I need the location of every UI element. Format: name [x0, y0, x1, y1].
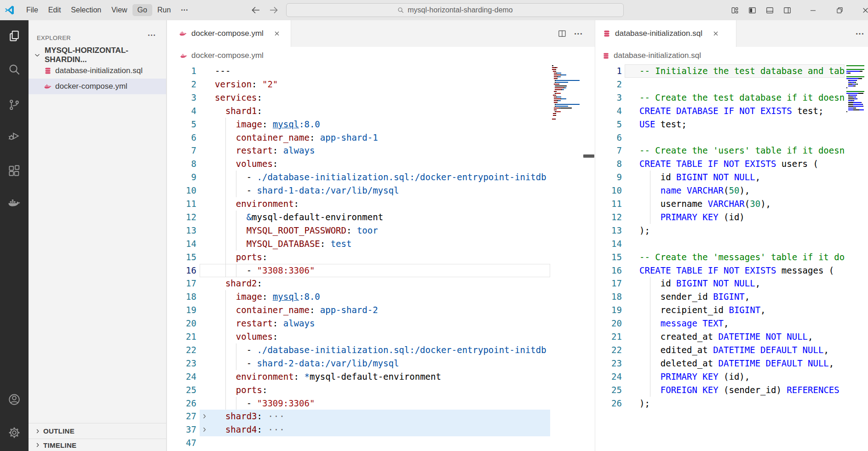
customize-layout-icon[interactable]	[730, 6, 739, 15]
minimap[interactable]	[846, 65, 867, 116]
fold-expand-icon[interactable]	[201, 426, 208, 434]
search-icon[interactable]	[7, 63, 21, 76]
outline-section-header[interactable]: OUTLINE	[29, 423, 166, 439]
code-line[interactable]: CREATE DATABASE IF NOT EXISTS test;	[639, 104, 845, 118]
file-item-docker-compose.yml[interactable]: docker-compose.yml	[29, 79, 166, 94]
code-line[interactable]: created_at DATETIME NOT NULL,	[639, 330, 845, 343]
code-line[interactable]: - ./database-initialization.sql:/docker-…	[215, 343, 550, 357]
code-line[interactable]: shard4: ···	[215, 423, 550, 436]
fold-expand-icon[interactable]	[201, 412, 208, 420]
code-line[interactable]: container_name: app-shard-1	[215, 131, 550, 144]
code-line[interactable]: shard3: ···	[215, 410, 550, 423]
left-breadcrumb[interactable]: docker-compose.yml	[167, 47, 595, 64]
editor-more-actions-button[interactable]: ···	[574, 29, 583, 38]
code-line[interactable]: volumes:	[215, 157, 550, 171]
code-line[interactable]	[215, 436, 550, 450]
minimap-slider[interactable]	[583, 154, 594, 158]
code-line[interactable]: restart: always	[215, 144, 550, 157]
code-line[interactable]: FOREIGN KEY (sender_id) REFERENCES	[639, 383, 845, 397]
code-line[interactable]: deleted_at DATETIME DEFAULT NULL,	[639, 357, 845, 370]
toggle-primary-sidebar-icon[interactable]	[748, 6, 757, 15]
code-line[interactable]: restart: always	[215, 317, 550, 330]
code-line[interactable]: shard1:	[215, 104, 550, 118]
close-tab-icon[interactable]	[712, 30, 719, 37]
editor-more-actions-button[interactable]: ···	[856, 29, 864, 38]
code-line[interactable]	[639, 237, 845, 251]
code-line[interactable]: PRIMARY KEY (id),	[639, 370, 845, 383]
code-line[interactable]: - "3309:3306"	[215, 397, 550, 410]
explorer-icon[interactable]	[7, 29, 21, 43]
code-line[interactable]: CREATE TABLE IF NOT EXISTS users (	[639, 157, 845, 171]
code-line[interactable]: -- Create the 'messages' table if it do	[639, 251, 845, 264]
code-line[interactable]: );	[639, 224, 845, 237]
code-line[interactable]: CREATE TABLE IF NOT EXISTS messages (	[639, 264, 845, 277]
code-line[interactable]: - ./database-initialization.sql:/docker-…	[215, 171, 550, 184]
code-line[interactable]: environment:	[215, 197, 550, 211]
close-tab-icon[interactable]	[273, 30, 281, 37]
code-line[interactable]: environment: *mysql-default-environment	[215, 370, 550, 383]
run-debug-icon[interactable]	[7, 129, 21, 143]
menu-edit[interactable]: Edit	[43, 4, 66, 16]
menu-file[interactable]: File	[21, 4, 43, 16]
code-line[interactable]: services:	[215, 91, 550, 104]
code-line[interactable]: - shard-1-data:/var/lib/mysql	[215, 184, 550, 197]
toggle-secondary-sidebar-icon[interactable]	[783, 6, 792, 15]
menu-view[interactable]: View	[106, 4, 132, 16]
code-line[interactable]: container_name: app-shard-2	[215, 303, 550, 317]
code-line[interactable]: ---	[215, 64, 550, 78]
extensions-icon[interactable]	[7, 165, 21, 178]
code-line[interactable]	[639, 131, 845, 144]
folder-row-root[interactable]: MYSQL-HORIZONTAL-SHARDIN...	[29, 47, 166, 63]
code-line[interactable]	[639, 78, 845, 91]
toggle-panel-icon[interactable]	[765, 6, 774, 15]
explorer-more-actions-button[interactable]: ···	[148, 31, 156, 40]
timeline-section-header[interactable]: TIMELINE	[29, 439, 166, 451]
code-line[interactable]: image: mysql:8.0	[215, 290, 550, 303]
code-line[interactable]: id BIGINT NOT NULL,	[639, 277, 845, 290]
menu-go[interactable]: Go	[132, 4, 152, 16]
code-line[interactable]: username VARCHAR(30),	[639, 197, 845, 211]
minimize-button[interactable]	[809, 6, 817, 15]
code-line[interactable]: PRIMARY KEY (id)	[639, 211, 845, 224]
docker-icon[interactable]	[7, 196, 21, 210]
file-item-database-initialization.sql[interactable]: database-initialization.sql	[29, 63, 166, 79]
code-line[interactable]: recipient_id BIGINT,	[639, 303, 845, 317]
sidebar-editor-divider[interactable]	[167, 20, 167, 451]
close-window-button[interactable]	[861, 6, 868, 15]
menu-selection[interactable]: Selection	[66, 4, 106, 16]
menu-overflow-button[interactable]: ···	[176, 4, 193, 16]
code-line[interactable]: -- Create the 'users' table if it doesn	[639, 144, 845, 157]
account-icon[interactable]	[7, 393, 21, 406]
code-line[interactable]: - shard-2-data:/var/lib/mysql	[215, 357, 550, 370]
code-line[interactable]: name VARCHAR(50),	[639, 184, 845, 197]
code-line[interactable]: ports:	[215, 251, 550, 264]
code-line[interactable]: &mysql-default-environment	[215, 211, 550, 224]
split-editor-icon[interactable]	[558, 29, 567, 38]
tab-docker-compose[interactable]: docker-compose.yml	[167, 20, 291, 47]
code-line[interactable]: MYSQL_ROOT_PASSWORD: toor	[215, 224, 550, 237]
code-line[interactable]: USE test;	[639, 118, 845, 131]
code-line[interactable]: -- Create the test database if it doesn	[639, 91, 845, 104]
code-line[interactable]: - "3308:3306"	[215, 264, 550, 277]
code-line[interactable]: message TEXT,	[639, 317, 845, 330]
code-line[interactable]: MYSQL_DATABASE: test	[215, 237, 550, 251]
menu-run[interactable]: Run	[152, 4, 176, 16]
minimap[interactable]	[552, 65, 580, 123]
tab-database-initialization[interactable]: database-initialization.sql	[595, 20, 736, 47]
code-line[interactable]: -- Initialize the test database and tab	[639, 64, 845, 78]
code-line[interactable]: ports:	[215, 383, 550, 397]
code-line[interactable]: image: mysql:8.0	[215, 118, 550, 131]
code-line[interactable]: version: "2"	[215, 78, 550, 91]
code-line[interactable]: shard2:	[215, 277, 550, 290]
forward-arrow-icon[interactable]	[268, 5, 279, 16]
right-breadcrumb[interactable]: database-initialization.sql	[595, 47, 868, 64]
editor-group-divider[interactable]	[595, 20, 595, 451]
settings-gear-icon[interactable]	[7, 426, 21, 440]
source-control-icon[interactable]	[7, 98, 21, 112]
code-line[interactable]: );	[639, 397, 845, 410]
back-arrow-icon[interactable]	[250, 5, 261, 16]
command-center-search[interactable]: mysql-horizontal-sharding-demo	[286, 3, 624, 17]
restore-button[interactable]	[835, 6, 844, 15]
code-line[interactable]: id BIGINT NOT NULL,	[639, 171, 845, 184]
code-line[interactable]: sender_id BIGINT,	[639, 290, 845, 303]
